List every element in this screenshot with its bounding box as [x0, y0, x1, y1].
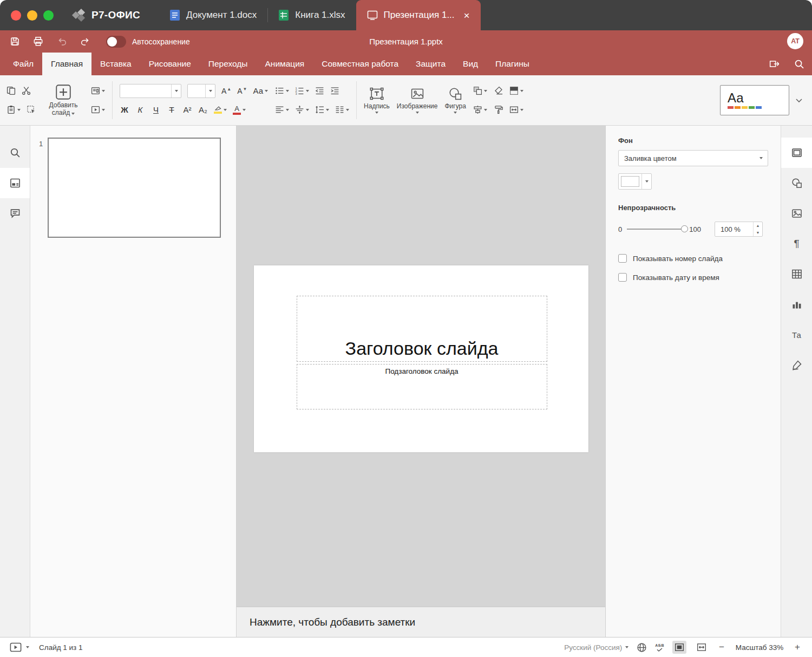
globe-icon[interactable]	[637, 642, 647, 653]
arrange-shapes-button[interactable]	[473, 86, 487, 95]
image-settings-button[interactable]	[781, 198, 812, 229]
tab-presentation-active[interactable]: Презентация 1... ×	[356, 0, 481, 30]
columns-button[interactable]	[335, 105, 349, 114]
slide-thumbnail[interactable]	[48, 138, 221, 238]
theme-gallery-expand-icon[interactable]	[795, 96, 803, 105]
language-selector[interactable]: Русский (Россия)	[564, 643, 628, 652]
vertical-align-button[interactable]	[295, 105, 309, 114]
left-icon-strip	[0, 126, 30, 637]
menu-animation[interactable]: Анимация	[257, 53, 313, 75]
chart-settings-button[interactable]	[781, 289, 812, 320]
spin-down-icon[interactable]: ▼	[754, 229, 762, 236]
menu-protection[interactable]: Защита	[407, 53, 454, 75]
add-slide-button[interactable]: Добавить слайд	[43, 84, 84, 117]
menu-plugins[interactable]: Плагины	[487, 53, 538, 75]
background-color-picker[interactable]	[618, 173, 652, 190]
decrease-indent-icon[interactable]	[315, 86, 324, 95]
menu-home[interactable]: Главная	[42, 53, 91, 75]
table-settings-button[interactable]	[781, 259, 812, 289]
font-color-button[interactable]: А	[233, 105, 246, 115]
spin-up-icon[interactable]: ▲	[754, 222, 762, 229]
horizontal-align-button[interactable]	[275, 105, 289, 114]
share-icon[interactable]	[769, 59, 780, 69]
eraser-icon[interactable]	[494, 86, 503, 95]
slide-canvas[interactable]: Заголовок слайда Подзаголовок слайда	[254, 265, 588, 452]
slides-panel-button[interactable]	[0, 168, 30, 198]
menu-file[interactable]: Файл	[4, 53, 42, 75]
image-button[interactable]: Изображение	[397, 87, 438, 114]
menu-transitions[interactable]: Переходы	[200, 53, 257, 75]
slideshow-mode-caret[interactable]	[26, 646, 29, 648]
user-avatar[interactable]: AT	[787, 33, 803, 49]
menu-draw[interactable]: Рисование	[140, 53, 200, 75]
paste-button[interactable]	[6, 105, 21, 114]
paint-roller-icon[interactable]	[494, 105, 503, 114]
strikethrough-button[interactable]: Т	[167, 105, 176, 114]
search-icon[interactable]	[794, 59, 804, 69]
autosave-toggle[interactable]	[106, 36, 126, 48]
fit-width-button[interactable]	[695, 641, 709, 654]
title-placeholder[interactable]: Заголовок слайда	[297, 296, 547, 362]
notes-area[interactable]: Нажмите, чтобы добавить заметки	[237, 607, 605, 637]
maximize-window-button[interactable]	[43, 10, 54, 21]
opacity-slider[interactable]	[627, 229, 684, 230]
color-picker-caret-zone[interactable]	[641, 174, 651, 189]
undo-icon[interactable]	[56, 37, 67, 47]
tab-document[interactable]: Документ 1.docx	[159, 0, 267, 30]
subtitle-placeholder[interactable]: Подзаголовок слайда	[297, 364, 547, 409]
slide-layout-button[interactable]	[91, 86, 105, 95]
start-slideshow-icon[interactable]	[10, 642, 22, 652]
close-window-button[interactable]	[11, 10, 21, 21]
increase-indent-icon[interactable]	[330, 86, 339, 95]
minimize-window-button[interactable]	[27, 10, 37, 21]
theme-preview-tile[interactable]: Аа	[720, 85, 789, 115]
menu-collaboration[interactable]: Совместная работа	[313, 53, 407, 75]
fit-slide-button[interactable]	[672, 641, 686, 654]
textbox-button[interactable]: Надпись	[364, 87, 390, 114]
slide-settings-button[interactable]	[781, 138, 812, 168]
decrease-font-size-button[interactable]: А▼	[237, 87, 247, 95]
zoom-out-icon[interactable]: −	[717, 642, 726, 653]
menu-view[interactable]: Вид	[454, 53, 487, 75]
zoom-in-icon[interactable]: +	[793, 642, 802, 653]
slide-size-button[interactable]	[509, 105, 523, 114]
paragraph-settings-button[interactable]: ¶	[781, 229, 812, 259]
shape-settings-button[interactable]	[781, 168, 812, 198]
font-family-combobox[interactable]	[120, 84, 181, 98]
subscript-button[interactable]: А₂	[198, 105, 208, 114]
copy-icon[interactable]	[6, 86, 16, 95]
font-size-combobox[interactable]	[187, 84, 215, 98]
find-panel-button[interactable]	[0, 138, 30, 168]
increase-font-size-button[interactable]: А▲	[221, 87, 231, 95]
line-spacing-button[interactable]	[315, 105, 329, 114]
slide-preview-button[interactable]	[91, 105, 105, 114]
opacity-spinbox[interactable]: 100 % ▲▼	[715, 222, 763, 237]
color-scheme-button[interactable]	[509, 86, 523, 95]
opacity-slider-knob[interactable]	[681, 225, 688, 232]
underline-button[interactable]: Ч	[151, 105, 161, 114]
bold-button[interactable]: Ж	[120, 105, 129, 114]
italic-button[interactable]: К	[135, 105, 145, 114]
menu-insert[interactable]: Вставка	[91, 53, 140, 75]
print-icon[interactable]	[33, 36, 43, 47]
bullets-button[interactable]	[275, 86, 289, 95]
cut-icon[interactable]	[22, 86, 31, 95]
highlight-color-button[interactable]	[214, 106, 227, 114]
show-slide-number-checkbox[interactable]	[618, 254, 627, 263]
change-case-button[interactable]: Аа	[253, 86, 269, 95]
spellcheck-button[interactable]: АБВ	[655, 643, 664, 652]
shape-button[interactable]: Фигура	[444, 87, 466, 114]
signature-settings-button[interactable]	[781, 350, 812, 380]
background-fill-select[interactable]: Заливка цветом	[618, 150, 768, 166]
close-tab-icon[interactable]: ×	[464, 10, 470, 21]
numbered-list-button[interactable]: 123	[295, 86, 309, 95]
align-shapes-button[interactable]	[473, 105, 487, 114]
comments-panel-button[interactable]	[0, 198, 30, 229]
select-icon[interactable]	[27, 105, 36, 114]
tab-spreadsheet[interactable]: Книга 1.xlsx	[267, 0, 356, 30]
superscript-button[interactable]: А²	[182, 105, 192, 114]
textart-settings-button[interactable]: Та	[781, 320, 812, 350]
show-date-time-checkbox[interactable]	[618, 273, 627, 282]
save-icon[interactable]	[10, 36, 20, 47]
redo-icon[interactable]	[80, 37, 91, 47]
